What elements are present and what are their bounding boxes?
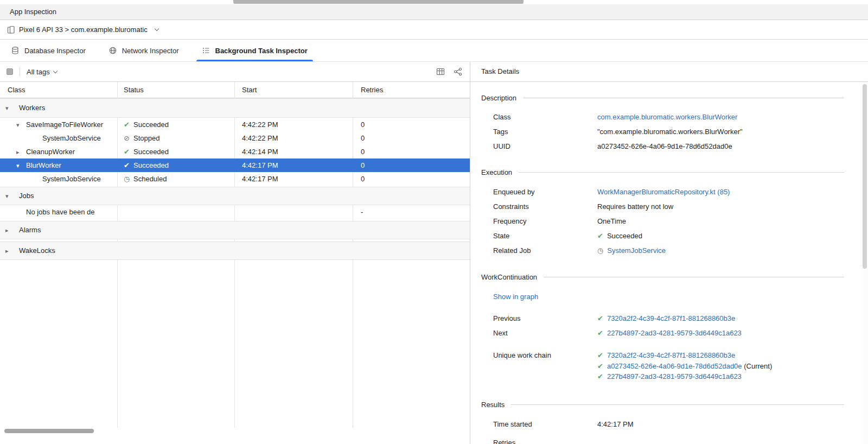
state-value: Succeeded [607,232,642,240]
time-started-value: 4:42:17 PM [597,420,634,428]
group-jobs[interactable]: ▾Jobs [0,187,470,205]
field-label: Time started [493,417,597,432]
succeeded-icon: ✔ [597,361,603,372]
class-name: BlurWorker [26,161,61,169]
retries-count: - [353,205,470,219]
field-label: Previous [493,311,597,326]
enqueued-by-link[interactable]: WorkManagerBluromaticRepository.kt (85) [597,188,730,196]
class-link[interactable]: com.example.bluromatic.workers.BlurWorke… [597,113,737,121]
empty-message: No jobs have been de [0,205,117,219]
field-label: Class [493,110,597,124]
start-time: 4:42:22 PM [234,118,353,131]
status-cell: ◷Scheduled [117,172,234,186]
graph-view-button[interactable] [452,66,463,77]
chain-work-link[interactable]: a0273452-626e-4a06-9d1e-78d6d52dad0e [607,362,742,370]
chain-item-current: ✔a0273452-626e-4a06-9d1e-78d6d52dad0e (C… [597,361,772,372]
previous-work-link[interactable]: 7320a2f2-4c39-4c2f-87f1-881268860b3e [607,314,735,322]
succeeded-icon: ✔ [597,311,603,326]
tab-database-inspector[interactable]: Database Inspector [8,40,89,61]
section-rule [544,277,844,277]
status-text: Stopped [133,134,159,142]
chevron-right-icon[interactable]: ▸ [5,221,15,239]
table-row-systemjobservice[interactable]: SystemJobService ⊘Stopped 4:42:22 PM 0 [0,131,470,145]
group-workers[interactable]: ▾Workers [0,98,470,118]
detail-row-enqueued-by: Enqueued byWorkManagerBluromaticReposito… [493,185,863,199]
field-label: Related Job [493,243,597,258]
column-header-retries[interactable]: Retries [353,82,470,98]
tags-value: "com.example.bluromatic.workers.BlurWork… [597,128,743,136]
vertical-scrollbar-track[interactable] [861,82,868,444]
task-table-panel: All tags Class Status [0,62,470,444]
status-cell: ✔Succeeded [117,158,234,172]
show-in-graph-link[interactable]: Show in graph [493,293,538,301]
vertical-scrollbar-thumb[interactable] [863,84,867,269]
chevron-down-icon[interactable]: ▾ [5,187,15,205]
detail-row-time-started: Time started4:42:17 PM [493,417,863,432]
column-header-status[interactable]: Status [117,82,234,98]
chevron-right-icon[interactable]: ▸ [16,145,26,158]
status-text: Scheduled [133,175,167,183]
group-label: Workers [19,104,45,112]
class-cell: ▾SaveImageToFileWorker [0,118,117,131]
start-time: 4:42:14 PM [234,145,353,158]
task-details-panel: Task Details Description Classcom.exampl… [470,62,868,444]
graph-view-icon [454,67,462,76]
detail-row-uuid: UUIDa0273452-626e-4a06-9d1e-78d6d52dad0e [493,139,863,154]
device-bar: Pixel 6 API 33 > com.example.bluromatic [0,20,868,40]
group-label: Jobs [19,192,34,200]
table-row-systemjobservice[interactable]: SystemJobService ◷Scheduled 4:42:17 PM 0 [0,172,470,186]
detail-row-frequency: FrequencyOneTime [493,214,863,229]
field-label: Retries [493,435,597,444]
field-label: Constraints [493,199,597,214]
column-header-class[interactable]: Class [0,82,117,98]
class-cell: SystemJobService [0,172,117,186]
toolbar-separator [20,67,20,77]
chevron-down-icon[interactable]: ▾ [5,99,15,117]
status-text: Succeeded [133,120,169,129]
task-list-icon [202,46,210,55]
table-view-button[interactable] [435,66,446,77]
app-inspection-window: App Inspection Pixel 6 API 33 > com.exam… [0,0,868,444]
chain-work-link[interactable]: 7320a2f2-4c39-4c2f-87f1-881268860b3e [607,351,735,359]
detail-row-class: Classcom.example.bluromatic.workers.Blur… [493,110,863,124]
field-label: Tags [493,124,597,139]
section-workcontinuation: WorkContinuation [481,271,844,282]
group-label: Alarms [19,226,41,234]
tab-network-inspector[interactable]: Network Inspector [105,40,182,61]
next-work-link[interactable]: 227b4897-2ad3-4281-9579-3d6449c1a623 [607,329,742,337]
chevron-down-icon[interactable] [154,27,158,31]
status-text: Succeeded [133,161,169,169]
table-row-saveimagetofileworker[interactable]: ▾SaveImageToFileWorker ✔Succeeded 4:42:2… [0,118,470,131]
top-scrollbar[interactable] [233,0,524,4]
class-cell: ▾BlurWorker [0,158,117,172]
chevron-right-icon[interactable]: ▸ [5,242,15,259]
chain-work-link[interactable]: 227b4897-2ad3-4281-9579-3d6449c1a623 [607,372,742,380]
section-execution: Execution [481,167,844,177]
device-selector[interactable]: Pixel 6 API 33 > com.example.bluromatic [19,26,148,34]
stop-inspection-icon[interactable] [7,68,13,75]
detail-row-constraints: ConstraintsRequires battery not low [493,199,863,214]
table-row-cleanupworker[interactable]: ▸CleanupWorker ✔Succeeded 4:42:14 PM 0 [0,145,470,158]
column-header-start[interactable]: Start [234,82,353,98]
tab-background-task-inspector[interactable]: Background Task Inspector [199,40,311,61]
retries-count: 0 [353,172,470,186]
field-label: UUID [493,139,597,154]
horizontal-scrollbar[interactable] [4,429,94,433]
group-label: WakeLocks [19,246,55,255]
retries-count: 0 [353,158,470,172]
group-alarms[interactable]: ▸Alarms [0,221,470,239]
retries-count: 0 [353,131,470,145]
table-row-blurworker-selected[interactable]: ▾BlurWorker ✔Succeeded 4:42:17 PM 0 [0,158,470,172]
field-label: Unique work chain [493,350,597,361]
tag-filter-dropdown[interactable]: All tags [27,68,57,76]
group-wakelocks[interactable]: ▸WakeLocks [0,242,470,260]
related-job-link[interactable]: SystemJobService [607,246,666,255]
section-results: Results [481,399,844,410]
detail-row-state: State✔Succeeded [493,229,863,243]
chevron-down-icon[interactable]: ▾ [16,159,26,172]
current-marker: (Current) [742,362,773,370]
chevron-down-icon[interactable]: ▾ [16,118,26,131]
tag-filter-label: All tags [27,68,50,76]
succeeded-icon: ✔ [597,229,603,243]
succeeded-icon: ✔ [597,326,603,340]
